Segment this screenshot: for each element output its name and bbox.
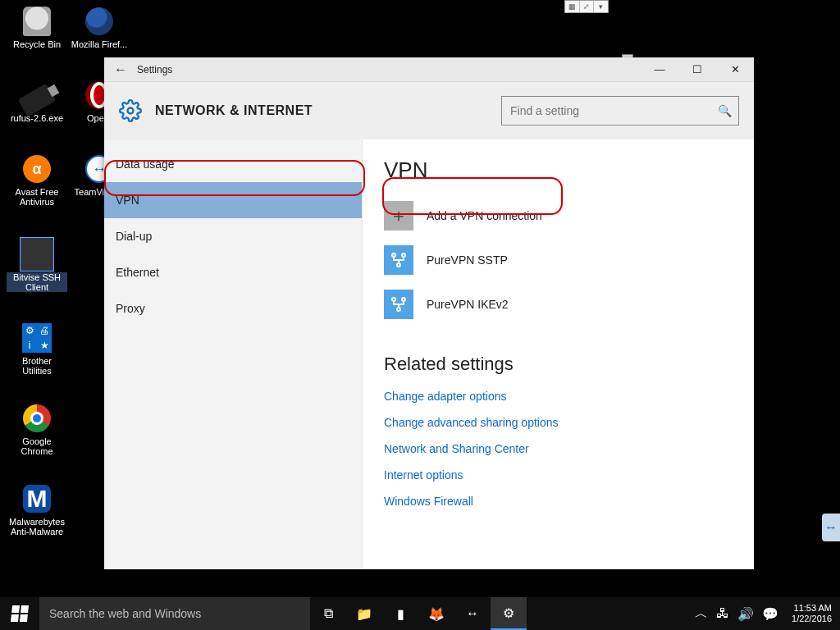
search-input[interactable] <box>502 104 710 117</box>
taskbar-clock[interactable]: 11:53 AM 1/22/2016 <box>792 603 832 624</box>
vpn-connection-item[interactable]: PureVPN SSTP <box>384 245 733 275</box>
page-heading: VPN <box>384 158 733 183</box>
taskbar-search[interactable]: Search the web and Windows <box>39 597 310 630</box>
screen-capture-toolbar[interactable]: ▦ ⤢ ▾ <box>564 0 609 13</box>
teamviewer-panel-tab[interactable]: ↔ <box>822 514 840 541</box>
brother-icon: ⚙🖨i★ <box>21 322 53 354</box>
capture-grid-icon[interactable]: ▦ <box>565 1 580 12</box>
settings-icon: ⚙ <box>503 605 514 621</box>
desktop-icon-avast[interactable]: αAvast Free Antivirus <box>7 153 67 207</box>
back-button[interactable]: ← <box>104 57 137 82</box>
taskbar-settings-button[interactable]: ⚙ <box>491 597 527 630</box>
rufus-icon <box>21 79 53 112</box>
settings-search[interactable]: 🔍 <box>501 96 739 126</box>
sidebar-item-proxy[interactable]: Proxy <box>104 290 362 326</box>
svg-point-0 <box>128 108 134 114</box>
desktop-icon-label: Mozilla Firef... <box>71 39 127 49</box>
desktop-icon-label: Malwarebytes Anti-Malware <box>7 517 67 536</box>
chrome-icon <box>21 402 53 435</box>
svg-point-1 <box>392 253 395 257</box>
taskbar-explorer-button[interactable]: 📁 <box>346 597 382 630</box>
desktop-icon-recycle-bin[interactable]: Recycle Bin <box>7 5 67 49</box>
svg-point-2 <box>402 253 405 257</box>
tray-notifications-icon[interactable]: 💬 <box>762 606 778 622</box>
recycle-bin-icon <box>21 5 53 38</box>
close-button[interactable]: ✕ <box>716 57 754 82</box>
desktop: Recycle BinMozilla Firef...rufus-2.6.exe… <box>0 0 840 630</box>
vpn-connection-item[interactable]: PureVPN IKEv2 <box>384 290 733 319</box>
related-link[interactable]: Change adapter options <box>384 390 733 403</box>
section-title: NETWORK & INTERNET <box>155 103 313 118</box>
capture-expand-icon[interactable]: ⤢ <box>580 1 595 12</box>
svg-point-3 <box>397 263 400 267</box>
system-tray: ︿ 🖧 🔊 💬 11:53 AM 1/22/2016 <box>695 603 840 624</box>
malwarebytes-icon <box>21 482 53 515</box>
bitvise-icon <box>21 238 53 271</box>
desktop-icon-brother[interactable]: ⚙🖨i★Brother Utilities <box>7 322 67 376</box>
related-settings-heading: Related settings <box>384 354 733 375</box>
settings-header: NETWORK & INTERNET 🔍 <box>104 82 754 139</box>
windows-logo-icon <box>11 605 29 622</box>
related-link[interactable]: Windows Firewall <box>384 495 733 508</box>
sidebar-item-vpn[interactable]: VPN <box>104 182 362 218</box>
avast-icon: α <box>21 153 53 185</box>
desktop-icon-label: Google Chrome <box>7 436 67 456</box>
vpn-connection-label: PureVPN SSTP <box>427 253 508 267</box>
related-link[interactable]: Network and Sharing Center <box>384 442 733 455</box>
firefox-icon: 🦊 <box>428 606 445 622</box>
tray-chevron-icon[interactable]: ︿ <box>695 605 708 623</box>
svg-point-6 <box>397 308 400 311</box>
tray-volume-icon[interactable]: 🔊 <box>737 606 754 622</box>
add-vpn-label: Add a VPN connection <box>427 209 542 222</box>
vpn-icon <box>384 245 413 275</box>
desktop-icon-firefox[interactable]: Mozilla Firef... <box>69 5 130 49</box>
taskbar-cmd-button[interactable]: ▮ <box>382 597 418 630</box>
svg-point-5 <box>402 298 405 301</box>
desktop-icon-label: Brother Utilities <box>7 356 67 376</box>
desktop-icon-label: Avast Free Antivirus <box>7 187 67 207</box>
settings-sidebar: Data usageVPNDial-upEthernetProxy <box>104 139 363 569</box>
settings-content: VPN ＋ Add a VPN connection PureVPN SSTPP… <box>363 139 754 569</box>
desktop-icon-label: Bitvise SSH Client <box>7 272 67 292</box>
explorer-icon: 📁 <box>356 606 372 622</box>
taskbar: Search the web and Windows ⧉📁▮🦊↔⚙ ︿ 🖧 🔊 … <box>0 597 840 630</box>
related-link[interactable]: Internet options <box>384 468 733 482</box>
gear-icon <box>119 99 142 122</box>
titlebar: ← Settings — ☐ ✕ <box>104 57 754 82</box>
svg-point-4 <box>392 298 395 301</box>
vpn-connection-label: PureVPN IKEv2 <box>427 298 509 311</box>
related-link[interactable]: Change advanced sharing options <box>384 416 733 429</box>
plus-icon: ＋ <box>384 201 413 231</box>
taskbar-firefox-button[interactable]: 🦊 <box>418 597 454 630</box>
sidebar-item-dial-up[interactable]: Dial-up <box>104 218 362 254</box>
start-button[interactable] <box>0 597 39 630</box>
desktop-icon-chrome[interactable]: Google Chrome <box>7 402 67 456</box>
minimize-button[interactable]: — <box>641 57 678 82</box>
desktop-icon-label: rufus-2.6.exe <box>11 113 63 123</box>
vpn-icon <box>384 290 413 319</box>
sidebar-item-data-usage[interactable]: Data usage <box>104 146 362 182</box>
desktop-icon-label: Recycle Bin <box>13 39 61 49</box>
taskbar-teamviewer-button[interactable]: ↔ <box>454 597 491 630</box>
firefox-icon <box>83 5 116 38</box>
clock-time: 11:53 AM <box>792 603 832 614</box>
tray-network-icon[interactable]: 🖧 <box>716 606 729 621</box>
sidebar-item-ethernet[interactable]: Ethernet <box>104 254 362 290</box>
clock-date: 1/22/2016 <box>792 614 832 624</box>
taskbar-search-placeholder: Search the web and Windows <box>49 607 201 620</box>
capture-dropdown-icon[interactable]: ▾ <box>594 1 608 12</box>
cmd-icon: ▮ <box>397 606 404 622</box>
settings-window: ← Settings — ☐ ✕ NETWORK & INTERNET 🔍 Da… <box>104 57 754 569</box>
maximize-button[interactable]: ☐ <box>678 57 716 82</box>
desktop-icon-bitvise[interactable]: Bitvise SSH Client <box>7 238 67 292</box>
desktop-icon-malwarebytes[interactable]: Malwarebytes Anti-Malware <box>7 482 67 536</box>
taskview-icon: ⧉ <box>324 606 333 621</box>
teamviewer-icon: ↔ <box>466 606 479 621</box>
search-icon: 🔍 <box>710 104 738 117</box>
taskbar-taskview-button[interactable]: ⧉ <box>310 597 346 630</box>
add-vpn-connection-button[interactable]: ＋ Add a VPN connection <box>384 201 733 231</box>
window-title: Settings <box>137 64 172 75</box>
desktop-icon-rufus[interactable]: rufus-2.6.exe <box>7 79 67 123</box>
